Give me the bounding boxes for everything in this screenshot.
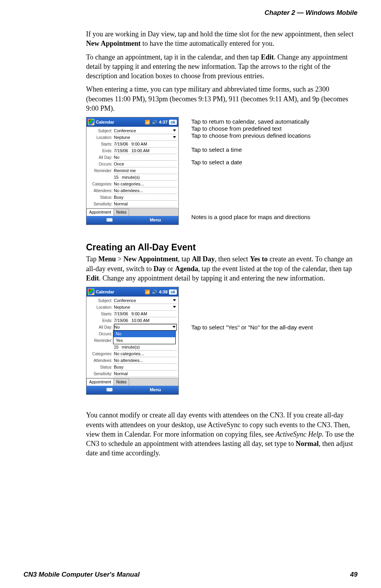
val-time[interactable]: 9:00 AM [131,311,147,317]
chevron-down-icon[interactable] [173,306,176,308]
chevron-down-icon[interactable] [173,326,176,328]
val: Neptune [114,135,130,140]
val: minute(s) [122,174,140,180]
val: 15 [114,174,119,180]
paragraph-timeformats: When entering a time, you can type milit… [86,85,358,113]
val-date[interactable]: 7/19/06 [114,318,128,324]
tab-appointment[interactable]: Appointment [86,378,114,386]
text: to have the time automatically entered f… [141,40,274,47]
start-icon[interactable] [88,119,94,125]
text: If you are working in Day view, tap and … [86,30,354,38]
field-subject[interactable]: Conference [114,128,177,134]
field-reminder1[interactable]: Remind me [114,168,177,174]
label-status: Status: [88,365,114,370]
volume-icon: 🔊 [152,289,157,295]
field-sensitivity[interactable]: Normal [114,201,177,207]
field-location[interactable]: Neptune [114,304,177,311]
pda-title: Calendar [96,289,114,295]
b: All Day [192,255,215,263]
val-date[interactable]: 7/19/06 [114,311,128,317]
callout-notes: Notes is a good place for maps and direc… [191,213,310,221]
field-starts[interactable]: 7/19/069:00 AM [114,141,177,147]
field-attendees[interactable]: No attendees... [114,358,177,364]
chevron-down-icon[interactable] [173,136,176,138]
b: Edit [86,274,99,282]
label-reminder: Reminder: [88,338,114,343]
val-time[interactable]: 9:00 AM [131,141,147,147]
field-status[interactable]: Busy [114,364,177,370]
field-categories[interactable]: No categories... [114,181,177,187]
val-time[interactable]: 10:00 AM [131,318,149,324]
tab-notes[interactable]: Notes [113,378,129,386]
label-starts: Starts: [88,142,114,147]
callout-location: Tap to choose from previous defined loca… [191,132,311,140]
paragraph-edit: To change an appointment, tap it in the … [86,52,358,81]
pda-titlebar[interactable]: Calendar 📶 🔊 4:38 ok [86,287,178,297]
field-status[interactable]: Busy [114,194,177,201]
ok-button[interactable]: ok [169,290,177,295]
pda-screenshot-2: Calendar 📶 🔊 4:38 ok Subject:Conference … [86,287,179,395]
val-time[interactable]: 10:00 AM [131,148,149,154]
chevron-down-icon[interactable] [173,129,176,131]
start-icon[interactable] [88,289,94,295]
option-yes[interactable]: Yes [113,337,175,344]
field-allday-dropdown[interactable]: No [114,324,177,331]
b: Day [153,265,165,273]
signal-icon: 📶 [145,289,150,295]
ok-button[interactable]: ok [169,120,177,125]
label-subject: Subject: [88,298,114,304]
b: Yes to [250,255,268,263]
tab-appointment[interactable]: Appointment [86,209,114,216]
b: Menu [98,255,116,263]
t: Tap [86,255,98,263]
field-allday[interactable]: No [114,155,177,161]
menu-button[interactable]: Menu [133,387,179,393]
callout-subject: Tap to choose from predefined text [191,125,282,133]
label-subject: Subject: [88,128,114,134]
val: Conference [114,298,136,304]
paragraph-dayview: If you are working in Day view, tap and … [86,29,358,49]
field-occurs[interactable]: Once [114,161,177,167]
field-reminder2[interactable]: 15minute(s) [114,174,177,181]
signal-icon: 📶 [145,119,150,125]
status-icons: 📶 🔊 4:38 [145,289,167,295]
field-subject[interactable]: Conference [114,298,177,304]
field-reminder2[interactable]: 15minute(s) [114,344,177,351]
val: minute(s) [122,344,140,350]
field-location[interactable]: Neptune [114,135,177,141]
label-location: Location: [88,305,114,310]
label-reminder: Reminder: [88,168,114,174]
field-ends[interactable]: 7/19/0610:00 AM [114,318,177,324]
field-sensitivity[interactable]: Normal [114,371,177,377]
allday-options[interactable]: No Yes [113,330,176,344]
val: 15 [114,344,119,350]
val: No [114,324,120,330]
footer-page-number: 49 [350,570,358,579]
label-ends: Ends: [88,148,114,154]
keyboard-icon[interactable]: ⌨ [86,387,133,393]
clock-text: 4:38 [159,289,167,295]
label-allday: All Day: [88,325,114,330]
t: , tap the event listed at the top of the… [198,265,352,273]
t: . Change any appointment detail by tappi… [99,274,325,282]
val-date[interactable]: 7/19/06 [114,141,128,147]
b: Normal [296,440,319,448]
field-attendees[interactable]: No attendees... [114,188,177,194]
keyboard-icon[interactable]: ⌨ [86,217,133,223]
clock-text: 4:37 [159,119,167,125]
tab-notes[interactable]: Notes [113,209,129,216]
field-starts[interactable]: 7/19/069:00 AM [114,311,177,317]
pda-screenshot-1: Calendar 📶 🔊 4:37 ok Subject:Conference … [86,117,179,225]
t: , then select [215,255,250,263]
pda-titlebar[interactable]: Calendar 📶 🔊 4:37 ok [86,117,178,127]
chevron-down-icon[interactable] [173,299,176,301]
option-no[interactable]: No [113,331,175,337]
figure-allday-dropdown: Calendar 📶 🔊 4:38 ok Subject:Conference … [86,287,358,404]
field-ends[interactable]: 7/19/0610:00 AM [114,148,177,154]
field-categories[interactable]: No categories... [114,351,177,357]
bold-new-appointment: New Appointment [86,40,141,47]
label-allday: All Day: [88,155,114,160]
menu-button[interactable]: Menu [133,217,179,223]
heading-allday-event: Creating an All-Day Event [86,241,358,254]
val-date[interactable]: 7/19/06 [114,148,128,154]
